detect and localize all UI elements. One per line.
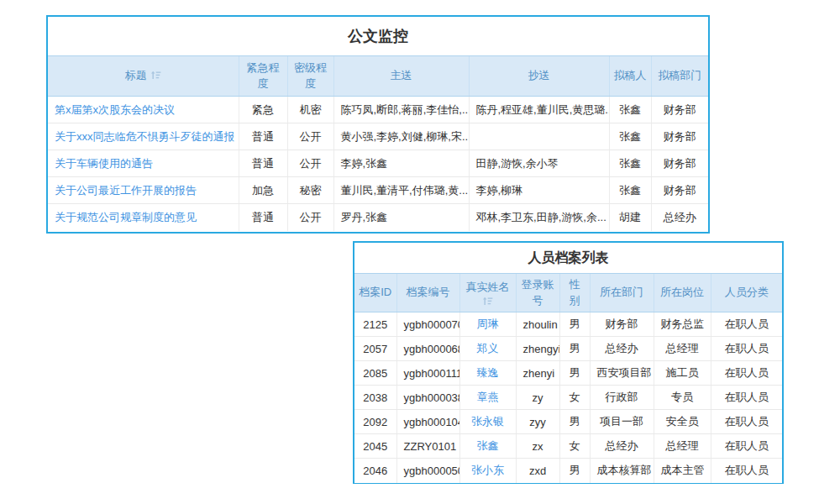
title-link[interactable]: 关于规范公司规章制度的意见 (55, 211, 197, 223)
cell-dept: 西安项目部 (590, 361, 654, 386)
cell-urgency: 普通 (239, 204, 287, 231)
title-link[interactable]: 关于公司最近工作开展的报告 (55, 184, 197, 197)
cell-secrecy: 公开 (287, 123, 333, 150)
cell-dept: 财务部 (590, 312, 654, 337)
sort-icon[interactable] (150, 71, 161, 80)
cell-post: 总经理 (654, 337, 711, 361)
cell-account: zxd (516, 459, 559, 483)
cell-cc (469, 123, 609, 150)
cell-id: 2057 (354, 337, 396, 361)
column-label: 拟稿部门 (658, 69, 701, 81)
cell-category: 在职人员 (711, 434, 782, 459)
cell-urgency: 普通 (239, 150, 287, 177)
cell-post: 安全员 (654, 410, 711, 434)
doc-monitor-title: 公文监控 (48, 17, 708, 55)
column-header-secrecy: 密级程度 (287, 56, 333, 97)
cell-urgency: 紧急 (239, 97, 287, 123)
column-label: 性别 (570, 278, 580, 307)
cell-name: 张小东 (459, 459, 516, 483)
column-label: 所在部门 (600, 286, 643, 298)
cell-drafter: 胡建 (609, 204, 651, 231)
table-row: 关于公司最近工作开展的报告加急秘密董川民,董清平,付伟璐,黄...李婷,柳琳张鑫… (48, 177, 708, 204)
cell-name: 张永银 (459, 410, 516, 434)
column-header-title[interactable]: 标题 (48, 56, 239, 97)
cell-dept: 成本核算部 (590, 459, 654, 483)
table-row: 2046ygbh000050张小东zxd男成本核算部成本主管在职人员 (354, 459, 782, 483)
cell-id: 2045 (354, 434, 396, 459)
cell-account: zx (516, 434, 559, 459)
cell-category: 在职人员 (711, 361, 782, 386)
column-header-urgency: 紧急程度 (239, 56, 287, 97)
cell-name: 张鑫 (459, 434, 516, 459)
table-row: 2045ZZRY0101张鑫zx女总经办总经理在职人员 (354, 434, 782, 459)
cell-code: ZZRY0101 (396, 434, 459, 459)
name-link[interactable]: 臻逸 (477, 366, 499, 379)
cell-post: 施工员 (654, 361, 711, 386)
name-link[interactable]: 张小东 (471, 464, 504, 476)
doc-monitor-panel: 公文监控 标题紧急程度密级程度主送抄送拟稿人拟稿部门 第x届第x次股东会的决议紧… (46, 15, 710, 234)
table-row: 关于xxx同志临危不惧勇斗歹徒的通报普通公开黄小强,李婷,刘健,柳琳,宋...张… (48, 123, 708, 150)
cell-id: 2092 (354, 410, 396, 434)
sort-icon[interactable] (482, 297, 493, 306)
name-link[interactable]: 张永银 (471, 415, 504, 428)
cell-cc: 李婷,柳琳 (469, 177, 609, 204)
cell-gender: 男 (559, 410, 590, 434)
title-link[interactable]: 关于车辆使用的通告 (55, 157, 153, 170)
cell-gender: 男 (559, 312, 590, 337)
cell-title: 关于车辆使用的通告 (48, 150, 239, 177)
cell-id: 2125 (354, 312, 396, 337)
name-link[interactable]: 郑义 (477, 342, 499, 354)
table-row: 2085ygbh000111臻逸zhenyi男西安项目部施工员在职人员 (354, 361, 782, 386)
personnel-title: 人员档案列表 (354, 243, 782, 273)
column-header-name[interactable]: 真实姓名 (459, 274, 516, 312)
personnel-table: 档案ID档案编号真实姓名登录账号性别所在部门所在岗位人员分类 2125ygbh0… (354, 273, 782, 483)
name-link[interactable]: 章燕 (477, 391, 499, 403)
table-row: 关于车辆使用的通告普通公开李婷,张鑫田静,游恢,余小琴张鑫财务部 (48, 150, 708, 177)
cell-secrecy: 机密 (287, 97, 333, 123)
column-label: 档案ID (359, 286, 391, 298)
cell-dept: 总经办 (651, 204, 708, 231)
title-link[interactable]: 关于xxx同志临危不惧勇斗歹徒的通报 (55, 130, 235, 143)
cell-category: 在职人员 (711, 459, 782, 483)
column-label: 所在岗位 (660, 286, 704, 298)
column-header-cc: 抄送 (469, 56, 609, 97)
cell-dept: 行政部 (590, 386, 654, 410)
cell-gender: 男 (559, 361, 590, 386)
title-link[interactable]: 第x届第x次股东会的决议 (55, 103, 175, 116)
table-row: 2057ygbh000068郑义zhengyi男总经办总经理在职人员 (354, 337, 782, 361)
name-link[interactable]: 周琳 (477, 318, 499, 330)
cell-account: zhengyi (516, 337, 559, 361)
cell-main_send: 黄小强,李婷,刘健,柳琳,宋... (333, 123, 469, 150)
cell-category: 在职人员 (711, 386, 782, 410)
column-label: 标题 (125, 69, 147, 81)
column-label: 登录账号 (522, 278, 554, 307)
cell-main_send: 罗丹,张鑫 (333, 204, 469, 231)
cell-dept: 项目一部 (590, 410, 654, 434)
table-row: 2092ygbh000104张永银zyy男项目一部安全员在职人员 (354, 410, 782, 434)
cell-category: 在职人员 (711, 312, 782, 337)
cell-post: 成本主管 (654, 459, 711, 483)
name-link[interactable]: 张鑫 (477, 439, 499, 452)
personnel-panel: 人员档案列表 档案ID档案编号真实姓名登录账号性别所在部门所在岗位人员分类 21… (353, 241, 784, 484)
cell-drafter: 张鑫 (609, 97, 651, 123)
cell-dept: 财务部 (651, 123, 708, 150)
column-header-gender: 性别 (559, 274, 590, 312)
cell-id: 2046 (354, 459, 396, 483)
cell-urgency: 加急 (239, 177, 287, 204)
cell-id: 2038 (354, 386, 396, 410)
cell-account: zyy (516, 410, 559, 434)
cell-cc: 邓林,李卫东,田静,游恢,余... (469, 204, 609, 231)
cell-gender: 女 (559, 434, 590, 459)
column-label: 人员分类 (725, 286, 769, 298)
cell-dept: 总经办 (590, 434, 654, 459)
cell-account: zhenyi (516, 361, 559, 386)
cell-main_send: 陈巧凤,断郎,蒋丽,李佳怡,... (333, 97, 469, 123)
cell-gender: 女 (559, 386, 590, 410)
column-label: 档案编号 (407, 286, 450, 298)
column-label: 抄送 (528, 69, 550, 81)
column-label: 拟稿人 (614, 69, 647, 81)
column-label: 真实姓名 (466, 281, 510, 293)
column-header-drafter: 拟稿人 (609, 56, 651, 97)
cell-drafter: 张鑫 (609, 150, 651, 177)
cell-gender: 男 (559, 337, 590, 361)
